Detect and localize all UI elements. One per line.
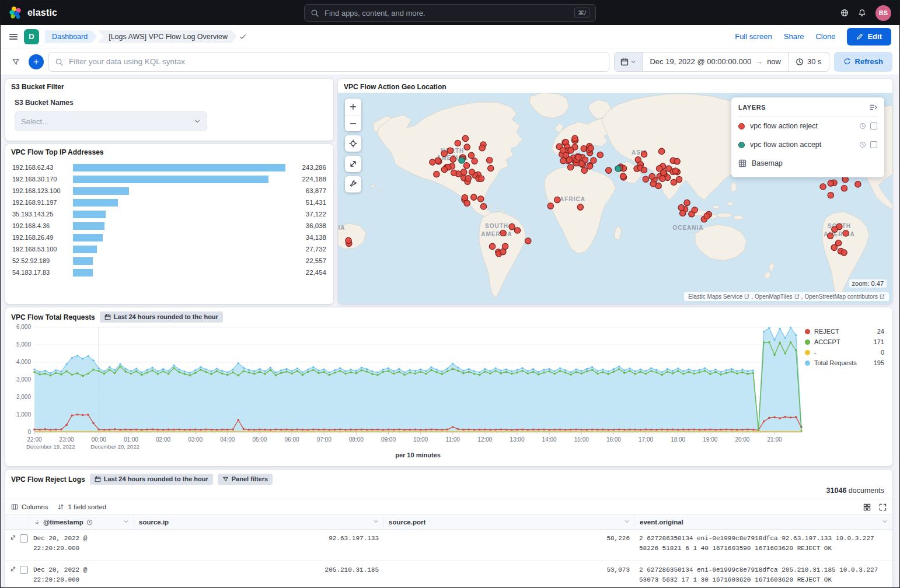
row-checkbox[interactable] [20,566,28,574]
map-layers-card: LAYERS vpc flow action reject vpc flo [731,97,884,177]
bar-track [73,199,285,206]
kql-query-input[interactable] [68,57,603,66]
ip-bar-row[interactable]: 192.168.53.10027,732 [12,243,326,255]
attribution-link[interactable]: OpenStreetMap contributors [804,293,878,300]
global-search[interactable]: ⌘/ [304,4,596,22]
expand-diagonal-icon [349,160,357,168]
table-row[interactable]: Dec 20, 2022 @ 22:20:20.000205.210.31.18… [5,561,892,588]
breadcrumb-dashboard[interactable]: Dashboard [45,30,97,43]
add-filter-button[interactable] [29,54,44,69]
layer-row-accept[interactable]: vpc flow action accept [738,135,877,154]
time-badge[interactable]: Last 24 hours rounded to the hour [100,312,223,323]
ip-bar-row[interactable]: 192.168.62.43243,286 [12,162,326,173]
row-checkbox[interactable] [20,534,28,542]
ip-bar-row[interactable]: 52.52.92.18922,557 [12,255,326,267]
ip-bar-row[interactable]: 192.168.4.3636,038 [12,220,326,232]
svg-text:2,000: 2,000 [16,394,31,400]
map-zoom-in-button[interactable] [345,99,361,115]
svg-text:03:00: 03:00 [188,436,203,443]
legend-dot [805,329,810,334]
s3-bucket-select[interactable]: Select... [15,111,207,131]
columns-button-label: Columns [22,503,48,510]
saved-queries-button[interactable] [8,54,24,70]
collapse-layers-icon[interactable] [869,103,877,111]
legend-label: REJECT [814,328,839,335]
expand-row-icon[interactable] [10,566,16,572]
refresh-interval[interactable]: 30 s [788,52,829,71]
legend-value: 195 [874,359,884,366]
dashboard-header: D Dashboard [Logs AWS] VPC Flow Log Over… [1,25,899,48]
elastic-dashboard-screen: elastic ⌘/ BS D Dashboard [Logs AWS] VPC… [0,0,900,588]
sort-fields-button[interactable]: 1 field sorted [57,503,106,510]
bar-track [73,164,285,172]
help-icon[interactable] [840,9,849,17]
column-header-source-ip[interactable]: source.ip [134,515,383,529]
user-avatar[interactable]: BS [875,5,891,21]
svg-text:AFRICA: AFRICA [560,196,585,202]
legend-item[interactable]: REJECT24 [805,326,884,337]
notifications-icon[interactable] [858,9,866,17]
column-header-source-port[interactable]: source.port [383,515,634,529]
ip-bar-row[interactable]: 54.183.17.8322,454 [12,267,326,278]
expand-row-icon[interactable] [10,534,16,541]
sort-icon [57,503,64,510]
map-fit-data-button[interactable] [345,156,361,172]
fullscreen-icon[interactable] [879,503,887,511]
map-canvas[interactable]: NORTHAMERICAASIAAFRICASOUTHAMERICAOCEANI… [338,93,892,304]
attribution-link[interactable]: Elastic Maps Service [688,293,742,300]
display-options-icon[interactable] [863,503,871,511]
ip-bar-row[interactable]: 192.168.30.170224,188 [12,173,326,185]
svg-text:per 10 minutes: per 10 minutes [395,452,441,459]
ip-bar [73,176,268,183]
date-picker: Dec 19, 2022 @ 00:00:00.000 → now 30 s [614,52,829,72]
layer-row-basemap[interactable]: Basemap [738,154,877,173]
ip-bar-row[interactable]: 192.168.123.10063,877 [12,185,326,197]
date-end[interactable]: now [767,57,781,66]
legend-item[interactable]: -0 [805,347,884,358]
date-picker-calendar-button[interactable] [615,52,643,71]
map-tools-button[interactable] [345,176,361,192]
documents-count-value: 31046 [826,487,847,495]
date-start[interactable]: Dec 19, 2022 @ 00:00:00.000 [650,57,751,66]
date-range[interactable]: Dec 19, 2022 @ 00:00:00.000 → now [643,57,788,66]
space-avatar[interactable]: D [24,29,39,44]
sort-button-label: 1 field sorted [68,503,106,510]
layer-row-reject[interactable]: vpc flow action reject [738,117,877,135]
layer-checkbox[interactable] [870,123,877,130]
legend-item[interactable]: Total Requests195 [805,358,884,368]
crosshair-icon [349,139,357,148]
clone-link[interactable]: Clone [815,32,835,41]
ip-value: 36,038 [290,222,326,229]
svg-text:SOUTH: SOUTH [485,223,508,229]
panel-filters-badge[interactable]: Panel filters [218,474,273,485]
global-search-input[interactable] [323,8,570,18]
refresh-button[interactable]: Refresh [834,52,892,72]
column-header-event-original[interactable]: event.original [634,515,892,529]
time-badge[interactable]: Last 24 hours rounded to the hour [90,474,213,485]
refresh-button-label: Refresh [855,57,883,66]
svg-text:22:00: 22:00 [27,436,41,443]
menu-icon[interactable] [9,32,18,41]
ip-bar-row[interactable]: 192.168.26.4934,138 [12,232,326,243]
ip-bar-row[interactable]: 192.168.91.19751,431 [12,197,326,208]
ip-bar-row[interactable]: 35.193.143.2537,122 [12,208,326,220]
columns-button[interactable]: Columns [11,503,48,510]
attribution-link[interactable]: OpenMapTiles [755,293,793,300]
ip-bar [73,234,103,242]
elastic-logo[interactable]: elastic [9,6,57,20]
map-zoom-out-button[interactable] [345,115,361,131]
share-link[interactable]: Share [784,32,804,41]
edit-button[interactable]: Edit [847,28,891,46]
layer-checkbox[interactable] [870,141,877,148]
svg-text:16:00: 16:00 [606,436,621,443]
ip-value: 34,138 [290,234,326,241]
legend-item[interactable]: ACCEPT171 [805,337,884,347]
ip-value: 27,732 [290,246,326,253]
column-header-timestamp[interactable]: @timestamp [29,515,134,529]
full-screen-link[interactable]: Full screen [735,32,772,41]
map-set-view-button[interactable] [345,135,361,152]
table-row[interactable]: Dec 20, 2022 @ 22:20:20.00092.63.197.133… [5,530,892,561]
clock-icon [796,58,804,66]
breadcrumb-current: [Logs AWS] VPC Flow Log Overview [98,30,237,43]
bar-track [73,269,285,276]
